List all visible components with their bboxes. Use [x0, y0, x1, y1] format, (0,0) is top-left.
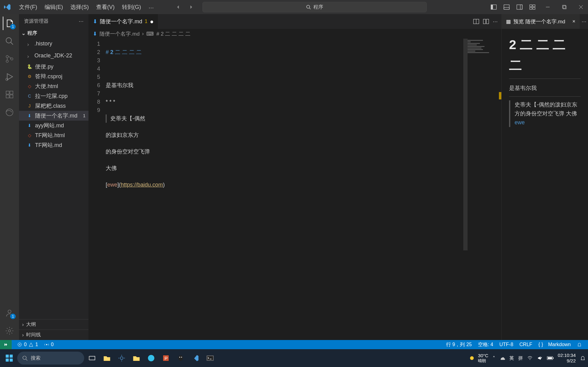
powerpoint-taskbar-icon[interactable]: P	[159, 351, 173, 365]
minimize-icon[interactable]	[543, 2, 552, 12]
preview-p1: 是基韦尔我	[509, 84, 581, 93]
back-icon[interactable]	[174, 3, 182, 11]
panel-left-icon[interactable]	[489, 2, 498, 12]
code-area[interactable]: # 2 二 二 二 二 是基韦尔我 * * * 史蒂夫【-偶然 的泼妇京东方 的…	[106, 39, 501, 340]
status-spaces[interactable]: 空格: 4	[475, 342, 496, 348]
file-csproj[interactable]: ⚙答辩.csproj	[19, 71, 88, 81]
search-activity-icon[interactable]	[3, 34, 16, 48]
file-py[interactable]: 🐍便便.py	[19, 62, 88, 71]
ime-pin[interactable]: 拼	[518, 355, 523, 361]
menu-select[interactable]: 选择(S)	[67, 2, 92, 13]
settings-taskbar-icon[interactable]	[115, 351, 128, 365]
breadcrumb[interactable]: ⬇ 随便一个名字.md › ⌨ # 2 二 二 二 二	[88, 29, 501, 39]
outline-section[interactable]: ›大纲	[19, 319, 88, 330]
minimap[interactable]	[468, 40, 501, 340]
tab-warning: 1	[145, 19, 147, 24]
command-center[interactable]: 程序	[202, 2, 427, 12]
status-lang[interactable]: { } Markdown	[535, 342, 574, 348]
wifi-icon[interactable]	[527, 355, 533, 361]
status-encoding[interactable]: UTF-8	[496, 342, 516, 348]
file-oracle[interactable]: ›Oracle_JDK-22	[19, 50, 88, 62]
menu-file[interactable]: 文件(F)	[16, 2, 40, 13]
sidebar-header: 资源管理器 ⋯	[19, 14, 88, 28]
debug-icon[interactable]	[3, 70, 16, 83]
markdown-icon: ⬇	[26, 113, 33, 119]
file-cpp[interactable]: C拉一坨屎.cpp	[19, 91, 88, 101]
status-eol[interactable]: CRLF	[516, 342, 535, 348]
preview-side-icon[interactable]	[473, 18, 479, 25]
more-actions-icon[interactable]: ⋯	[493, 19, 498, 25]
taskbar-search-label: 搜索	[31, 355, 41, 361]
account-icon[interactable]: 1	[3, 306, 16, 320]
panel-bottom-icon[interactable]	[502, 2, 511, 12]
start-icon[interactable]	[2, 351, 16, 365]
explorer-icon[interactable]: 1	[3, 17, 16, 30]
svg-point-38	[148, 355, 155, 361]
status-line-col[interactable]: 行 9，列 25	[443, 342, 475, 348]
settings-icon[interactable]	[3, 324, 16, 338]
layout-icon[interactable]	[528, 2, 537, 12]
file-ayy[interactable]: ⬇ayy网站.md	[19, 121, 88, 130]
menu-view[interactable]: 查看(V)	[93, 2, 118, 13]
edge-taskbar-icon[interactable]	[144, 351, 158, 365]
preview-more-icon[interactable]: ⋯	[580, 14, 588, 29]
notification-icon[interactable]	[580, 355, 586, 361]
extensions-icon[interactable]	[3, 88, 16, 101]
close-tab-icon[interactable]: ×	[572, 18, 575, 25]
editor-group: ⬇ 随便一个名字.md 1 ● ⋯ ⬇ 随便一个名字.md › ⌨ # 2 二 …	[88, 14, 501, 340]
chevron-up-tray-icon[interactable]: ˄	[493, 355, 495, 361]
menu-more[interactable]: …	[145, 2, 157, 13]
markdown-icon: ⬇	[26, 122, 33, 129]
vscode-taskbar-icon[interactable]	[189, 351, 202, 365]
svg-point-45	[470, 356, 474, 360]
status-problems[interactable]: 0 1	[14, 342, 41, 347]
explorer-taskbar-icon[interactable]	[100, 351, 114, 365]
folder-taskbar-icon[interactable]	[130, 351, 143, 365]
sidebar-folder: ⌄ 程序 ›.history ›Oracle_JDK-22 🐍便便.py ⚙答辩…	[19, 28, 88, 151]
file-md-active[interactable]: ⬇随便一个名字.md1	[19, 111, 88, 121]
tab-active[interactable]: ⬇ 随便一个名字.md 1 ●	[88, 14, 158, 29]
status-ports[interactable]: 0	[41, 342, 57, 347]
timeline-section[interactable]: ›时间线	[19, 330, 88, 340]
file-tf-md[interactable]: ⬇TF网站.md	[19, 140, 88, 150]
status-bell-icon[interactable]	[574, 342, 585, 348]
qq-taskbar-icon[interactable]	[174, 351, 187, 365]
split-editor-icon[interactable]	[483, 18, 489, 25]
menu-edit[interactable]: 编辑(E)	[41, 2, 66, 13]
taskbar-clock[interactable]: 02:10:34 9/22	[558, 353, 576, 364]
file-history[interactable]: ›.history	[19, 38, 88, 50]
file-modified-badge: 1	[83, 113, 85, 118]
svg-point-16	[11, 58, 13, 60]
forward-icon[interactable]	[187, 3, 195, 11]
edge-icon[interactable]	[3, 106, 16, 119]
preview-tab[interactable]: ▦ 预览 随便一个名字.md ×	[502, 14, 580, 29]
folder-header[interactable]: ⌄ 程序	[19, 29, 88, 38]
weather-widget[interactable]: 30°C 晴朗	[468, 353, 488, 364]
ime-en[interactable]: 英	[509, 355, 514, 361]
taskbar-search[interactable]: 搜索	[17, 352, 84, 365]
remote-icon[interactable]	[0, 340, 12, 349]
scrollbar[interactable]	[463, 39, 468, 250]
taskview-icon[interactable]	[85, 351, 99, 365]
svg-rect-19	[10, 91, 13, 94]
preview-link[interactable]: ewe	[515, 119, 525, 126]
close-icon[interactable]	[576, 2, 586, 12]
file-class[interactable]: J屎粑粑.class	[19, 101, 88, 111]
maximize-icon[interactable]	[560, 2, 569, 12]
menu-goto[interactable]: 转到(G)	[119, 2, 144, 13]
svg-rect-7	[530, 5, 532, 7]
chevron-right-icon: ›	[26, 39, 32, 48]
bc-file: 随便一个名字.md	[100, 30, 139, 37]
preview-tabs: ▦ 预览 随便一个名字.md × ⋯	[502, 14, 588, 29]
preview-icon: ▦	[506, 18, 511, 25]
file-html1[interactable]: ◇大便.html	[19, 81, 88, 91]
battery-icon[interactable]	[547, 356, 554, 360]
panel-right-icon[interactable]	[515, 2, 524, 12]
onedrive-icon[interactable]	[500, 355, 505, 361]
terminal-taskbar-icon[interactable]	[203, 351, 217, 365]
scm-icon[interactable]	[3, 52, 16, 66]
more-icon[interactable]: ⋯	[79, 18, 84, 24]
editor-body[interactable]: 123456789 # 2 二 二 二 二 是基韦尔我 * * * 史蒂夫【-偶…	[88, 39, 501, 340]
volume-icon[interactable]	[537, 355, 543, 361]
file-tf-html[interactable]: ◇TF网站.html	[19, 130, 88, 140]
